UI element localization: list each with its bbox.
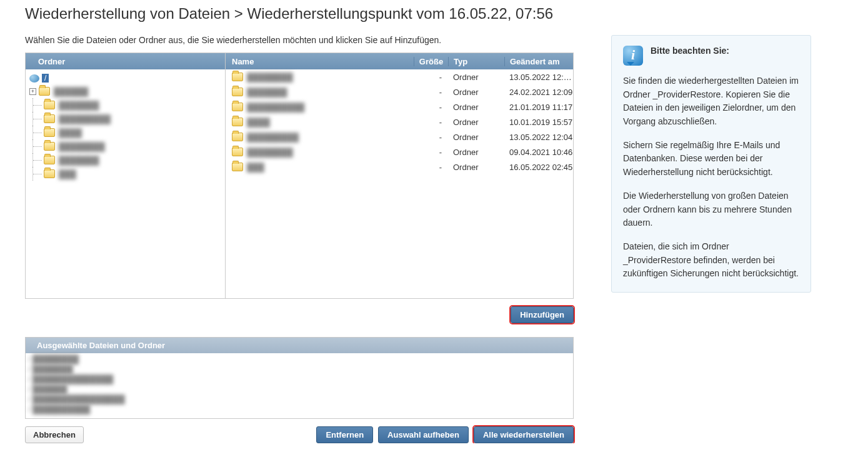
- file-type: Ordner: [448, 88, 504, 97]
- folder-tree-panel: Ordner / + ██████ ███████ █████████ ████…: [26, 53, 226, 298]
- folder-icon: [232, 73, 243, 81]
- folder-icon: [232, 148, 243, 156]
- info-paragraph: Die Wiederherstellung von großen Dateien…: [623, 189, 799, 230]
- tree-item-label[interactable]: ██████: [54, 87, 88, 96]
- list-item[interactable]: ███-Ordner16.05.2022 02:45: [226, 159, 573, 174]
- selected-files-box: Ausgewählte Dateien und Ordner / ███████…: [25, 337, 574, 419]
- tree-item-label[interactable]: ███████: [59, 101, 99, 110]
- file-size: -: [414, 133, 448, 142]
- tree-root[interactable]: /: [29, 72, 225, 84]
- file-type: Ordner: [448, 103, 504, 112]
- col-header-size[interactable]: Größe: [414, 57, 448, 66]
- file-date: 24.02.2021 12:09: [504, 88, 573, 97]
- list-item[interactable]: ████-Ordner10.01.2019 15:57: [226, 114, 573, 129]
- file-date: 10.01.2019 15:57: [504, 118, 573, 127]
- info-paragraph: Sie finden die wiederhergestellten Datei…: [623, 74, 799, 129]
- folder-icon: [44, 156, 55, 164]
- file-name: █████████: [247, 133, 299, 142]
- folder-icon: [44, 101, 55, 109]
- folder-icon: [44, 142, 55, 151]
- info-paragraph: Dateien, die sich im Ordner _ProviderRes…: [623, 240, 799, 281]
- folder-icon: [232, 118, 243, 126]
- file-name: ████████: [247, 73, 293, 82]
- cancel-button[interactable]: Abbrechen: [25, 426, 84, 443]
- file-name: ████: [247, 118, 270, 127]
- list-item[interactable]: ████████-Ordner13.05.2022 12:…: [226, 69, 573, 84]
- info-box: Bitte beachten Sie: Sie finden die wiede…: [611, 35, 811, 293]
- file-type: Ordner: [448, 148, 504, 157]
- folder-icon: [44, 169, 55, 178]
- folder-icon: [232, 88, 243, 96]
- file-size: -: [414, 118, 448, 127]
- col-header-name[interactable]: Name: [226, 57, 414, 66]
- folder-icon: [232, 163, 243, 171]
- folder-icon: [39, 87, 50, 96]
- tree-item-label[interactable]: ███: [59, 169, 76, 179]
- file-size: -: [414, 163, 448, 172]
- file-browser: Ordner / + ██████ ███████ █████████ ████…: [25, 53, 574, 299]
- file-name: ███████: [247, 88, 287, 97]
- list-item[interactable]: ████████-Ordner09.04.2021 10:46: [226, 144, 573, 159]
- info-icon: [623, 46, 643, 66]
- list-item[interactable]: ███████-Ordner24.02.2021 12:09: [226, 84, 573, 99]
- info-title: Bitte beachten Sie:: [651, 46, 729, 56]
- list-item[interactable]: ██████████-Ordner21.01.2019 11:17: [226, 99, 573, 114]
- file-name: ███: [247, 163, 264, 172]
- restore-all-button[interactable]: Alle wiederherstellen: [474, 426, 574, 443]
- selected-item[interactable]: / ██████: [28, 384, 571, 394]
- selected-header: Ausgewählte Dateien und Ordner: [26, 338, 573, 353]
- file-date: 13.05.2022 12:04: [504, 133, 573, 142]
- selected-item[interactable]: / ████████: [28, 354, 571, 364]
- instructions-text: Wählen Sie die Dateien oder Ordner aus, …: [25, 35, 574, 45]
- col-header-date[interactable]: Geändert am: [504, 57, 573, 66]
- file-size: -: [414, 148, 448, 157]
- tree-item-label[interactable]: █████████: [59, 114, 111, 124]
- folder-icon: [44, 128, 55, 137]
- file-list-panel: Name Größe Typ Geändert am ████████-Ordn…: [226, 53, 573, 298]
- file-size: -: [414, 73, 448, 82]
- add-button[interactable]: Hinzufügen: [511, 306, 574, 323]
- tree-item-label[interactable]: ████████: [59, 142, 105, 151]
- col-header-type[interactable]: Typ: [448, 57, 504, 66]
- file-date: 16.05.2022 02:45: [504, 163, 573, 172]
- folder-icon: [232, 103, 243, 111]
- expand-icon[interactable]: +: [29, 88, 36, 95]
- file-name: ████████: [247, 148, 293, 157]
- file-name: ██████████: [247, 103, 304, 112]
- selected-item[interactable]: / ██████████████: [28, 374, 571, 384]
- remove-button[interactable]: Entfernen: [316, 426, 373, 443]
- folder-icon: [44, 114, 55, 123]
- file-date: 09.04.2021 10:46: [504, 148, 573, 157]
- folder-icon: [232, 133, 243, 141]
- tree-root-label: /: [42, 74, 49, 83]
- file-type: Ordner: [448, 73, 504, 82]
- selected-item[interactable]: / ███████: [28, 364, 571, 374]
- file-date: 21.01.2019 11:17: [504, 103, 573, 112]
- selected-item[interactable]: / ██████████: [28, 404, 571, 414]
- file-type: Ordner: [448, 133, 504, 142]
- page-title: Wiederherstellung von Dateien > Wiederhe…: [25, 0, 843, 35]
- info-paragraph: Sichern Sie regelmäßig Ihre E-Mails und …: [623, 139, 799, 179]
- file-type: Ordner: [448, 163, 504, 172]
- file-date: 13.05.2022 12:…: [504, 73, 573, 82]
- selected-item[interactable]: / ████████████████: [28, 394, 571, 404]
- file-size: -: [414, 103, 448, 112]
- world-icon: [29, 74, 39, 83]
- tree-item-label[interactable]: ████: [59, 128, 82, 138]
- tree-item-label[interactable]: ███████: [59, 156, 99, 165]
- file-type: Ordner: [448, 118, 504, 127]
- list-header: Name Größe Typ Geändert am: [226, 53, 573, 69]
- file-size: -: [414, 88, 448, 97]
- tree-header: Ordner: [26, 53, 225, 69]
- deselect-button[interactable]: Auswahl aufheben: [378, 426, 469, 443]
- list-item[interactable]: █████████-Ordner13.05.2022 12:04: [226, 129, 573, 144]
